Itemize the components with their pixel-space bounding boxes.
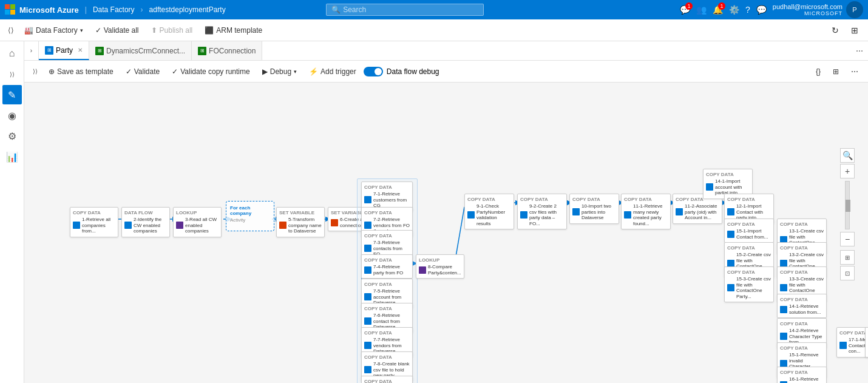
- node-10-icon: [572, 208, 580, 215]
- zoom-search-btn[interactable]: 🔍: [840, 148, 855, 163]
- validate-btn[interactable]: ✓ Validate: [121, 65, 164, 78]
- node-161[interactable]: Copy data 16-1-Retrieve Sales Contact Pe…: [777, 367, 827, 383]
- for-each-container[interactable]: For each company Activity: [226, 201, 274, 231]
- node-3-icon: [176, 222, 183, 229]
- save-as-template-btn[interactable]: ⊕ Save as template: [44, 65, 118, 78]
- node-141-header: Copy data: [780, 297, 824, 302]
- node-151-header: Copy data: [780, 345, 824, 351]
- publish-all-btn[interactable]: ⬆ Publish all: [146, 24, 198, 37]
- node-79[interactable]: Copy data 7-9-Retrieve language and Part…: [361, 376, 413, 383]
- debug-btn[interactable]: ▶ Debug ▾: [257, 65, 302, 78]
- pipeline-collapse-btn[interactable]: ⟩⟩: [29, 66, 41, 78]
- node-74-icon: [364, 266, 371, 274]
- validate-copy-btn[interactable]: ✓ Validate copy runtime: [167, 65, 255, 78]
- sidebar-edit-icon[interactable]: ✎: [2, 85, 22, 104]
- node-151a-body: 15-1-Import Contact from...: [727, 228, 771, 240]
- node-5[interactable]: Set variable 5-Transform company name to…: [276, 207, 325, 237]
- node-153a[interactable]: Copy data 15-3-Create csv file with Cont…: [724, 266, 774, 302]
- node-74[interactable]: Copy data 7-4-Retrieve party from FO: [361, 254, 413, 279]
- node-92[interactable]: Copy data 9-2-Create 2 csv files with pa…: [517, 194, 567, 229]
- collapse-btn[interactable]: ⟨⟩: [5, 24, 17, 36]
- node-79-header: Copy data: [364, 379, 410, 383]
- node-151a[interactable]: Copy data 15-1-Import Contact from...: [724, 219, 774, 243]
- more-btn[interactable]: ⋯: [846, 65, 863, 78]
- node-133-icon: [780, 284, 787, 291]
- user-info[interactable]: pudhall@microsoft.com MICROSOFT P: [773, 1, 863, 18]
- node-6-icon: [331, 219, 338, 226]
- node-14i1-icon: [706, 183, 713, 191]
- zoom-grid-btn[interactable]: ⊡: [840, 266, 855, 280]
- party-tab-icon: ⊞: [45, 46, 53, 55]
- search-input[interactable]: [343, 5, 478, 14]
- node-111[interactable]: Copy data 11-1-Retrieve many newly creat…: [621, 194, 671, 229]
- node-171a-icon: [839, 342, 847, 349]
- tabs-overflow-btn[interactable]: ⋯: [851, 41, 868, 60]
- zoom-fit-btn[interactable]: ⊞: [840, 250, 855, 265]
- sidebar-data-icon[interactable]: 📊: [2, 147, 22, 166]
- toggle-switch-btn[interactable]: [364, 67, 383, 76]
- zoom-thumb[interactable]: [846, 200, 850, 212]
- trigger-icon: ⚡: [309, 67, 318, 76]
- sidebar-home-icon[interactable]: ⌂: [2, 44, 22, 63]
- deployment-name[interactable]: adftestdeploymentParty: [149, 5, 226, 14]
- help-icon[interactable]: ?: [745, 5, 750, 15]
- node-8[interactable]: Lookup 8-Compare Party&conten...: [416, 254, 464, 279]
- node-171a-body: 17-1-Merge ContactParty con...: [839, 337, 868, 354]
- node-1[interactable]: Copy data 1-Retrieve all companies from.…: [70, 207, 118, 237]
- brand-logo[interactable]: Microsoft Azure: [5, 4, 79, 15]
- node-2[interactable]: Data Flow 2-Identify the CW enabled comp…: [121, 207, 170, 237]
- node-141[interactable]: Copy data 14-1-Retrieve solution from...: [777, 294, 827, 318]
- node-14i1-header: Copy data: [706, 172, 750, 177]
- node-10[interactable]: Copy data 10-Import two parties into Dat…: [569, 194, 619, 224]
- layout-btn[interactable]: ⊞: [846, 23, 863, 38]
- debug-label: Debug: [270, 67, 291, 76]
- save-template-icon: ⊕: [49, 67, 55, 76]
- node-75-icon: [364, 293, 371, 300]
- node-74-body: 7-4-Retrieve party from FO: [364, 264, 410, 276]
- node-78-header: Copy data: [364, 354, 410, 360]
- user-avatar[interactable]: P: [846, 1, 863, 18]
- data-factory-label[interactable]: Data Factory: [93, 5, 135, 14]
- node-92-header: Copy data: [520, 197, 564, 202]
- node-141-icon: [780, 306, 787, 313]
- node-151a-text: 15-1-Import Contact from...: [736, 228, 771, 240]
- debug-icon: ▶: [262, 67, 268, 76]
- refresh-btn[interactable]: ↻: [827, 23, 844, 38]
- node-8-body: 8-Compare Party&conten...: [419, 264, 461, 276]
- notifications-icon[interactable]: 💬1: [680, 5, 690, 15]
- breadcrumb-arrow: ›: [141, 5, 143, 14]
- settings-icon[interactable]: ⚙️: [729, 5, 739, 15]
- sidebar-toggle-icon[interactable]: ⟩⟩: [2, 64, 22, 84]
- data-factory-btn[interactable]: 🏭 Data Factory ▾: [19, 24, 88, 37]
- zoom-in-btn[interactable]: +: [840, 164, 855, 178]
- party-tab-close[interactable]: ✕: [78, 47, 83, 53]
- canvas-container[interactable]: Copy data 1-Retrieve all companies from.…: [24, 83, 868, 383]
- node-171a[interactable]: Copy data 17-1-Merge ContactParty con...: [836, 327, 868, 358]
- node-3[interactable]: Lookup 3-Read all CW enabled companies: [173, 207, 222, 237]
- data-flow-debug-label: Data flow debug: [387, 67, 439, 76]
- tabs-collapse-btn[interactable]: ›: [24, 41, 39, 60]
- zoom-track[interactable]: [845, 181, 850, 229]
- sidebar-monitor-icon[interactable]: ◉: [2, 106, 22, 125]
- arm-template-btn[interactable]: ⬛ ARM template: [200, 24, 267, 37]
- add-trigger-btn[interactable]: ⚡ Add trigger: [304, 65, 361, 78]
- user-email: pudhall@microsoft.com: [773, 3, 843, 10]
- svg-rect-2: [5, 10, 10, 15]
- node-5-header: Set variable: [279, 210, 322, 215]
- alerts-icon[interactable]: 🔔1: [713, 5, 723, 15]
- sidebar-manage-icon[interactable]: ⚙: [2, 126, 22, 146]
- code-view-btn[interactable]: {}: [811, 65, 826, 78]
- feedback-icon[interactable]: 💬: [756, 5, 767, 15]
- tab-party[interactable]: ⊞ Party ✕: [39, 41, 89, 60]
- tab-dynamics[interactable]: ⊞ DynamicsCrmConnect...: [89, 41, 192, 60]
- validate-all-btn[interactable]: ✓ Validate all: [90, 24, 144, 37]
- zoom-out-btn[interactable]: −: [840, 232, 855, 246]
- params-btn[interactable]: ⊞: [828, 65, 844, 78]
- node-153a-icon: [727, 284, 734, 291]
- node-91[interactable]: Copy data 9-1-Check PartyNumber validati…: [464, 194, 514, 229]
- tab-fo[interactable]: ⊞ FOConnection: [192, 41, 262, 60]
- people-icon[interactable]: 👥: [696, 5, 707, 15]
- node-161-text: 16-1-Retrieve Sales Contact Person Title…: [789, 376, 824, 383]
- node-181a[interactable]: Copy data 19-Import ContactParty into...: [865, 327, 868, 358]
- search-box[interactable]: 🔍: [326, 4, 484, 16]
